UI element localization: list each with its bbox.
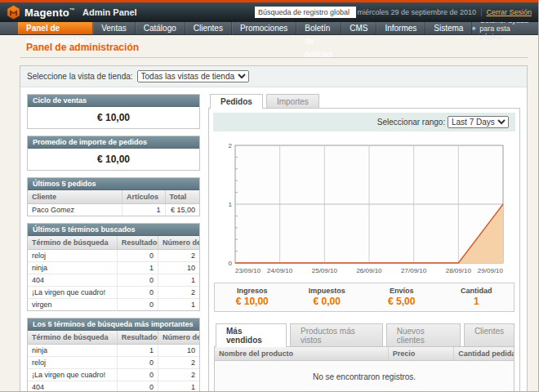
store-view-select[interactable]: Todas las vistas de tienda [137,70,249,82]
last-orders-box: Últimos 5 pedidos ClienteArtículosTotalP… [27,177,200,216]
nav-item-sistema[interactable]: Sistema [425,22,472,34]
column-header: Número de usos [158,331,199,345]
table-cell: 2 [158,369,199,381]
grid-tab-mas-vendidos[interactable]: Más vendidos [216,323,287,347]
nav-item-panel-de-administracion[interactable]: Panel de administración [18,22,93,34]
range-label: Seleccionar rango: [377,118,445,127]
grid-tab-productos-mas-vistos[interactable]: Productos más vistos [290,323,383,346]
products-table-wrap: Nombre del productoPrecioCantidad pedida… [214,346,514,392]
empty-row: No se encontraron registros. [215,361,514,392]
chart-tab-importes[interactable]: Importes [266,94,319,108]
lifetime-sales-box: Ciclo de ventas € 10,00 [27,94,200,129]
table-cell: 0 [117,287,158,299]
global-search-input[interactable] [255,7,356,18]
table-cell: 1 [122,204,166,216]
stat-envios: Envíos€ 5,00 [364,287,439,307]
table-cell: 1 [117,262,158,274]
table-cell: 0 [117,250,158,262]
svg-text:27/09/10: 27/09/10 [401,267,427,274]
column-header: Cliente [28,190,122,204]
grid-tabs: Más vendidosProductos más vistosNuevos c… [214,323,514,346]
table-row[interactable]: ninja110 [28,345,199,357]
svg-text:28/09/10: 28/09/10 [446,267,472,274]
table-cell: 0 [117,274,158,287]
products-table: Nombre del productoPrecioCantidad pedida… [215,347,514,392]
table-row[interactable]: 40401 [28,274,199,287]
store-switcher: Seleccione la vista de tienda: Todas las… [20,66,527,87]
nav-item-clientes[interactable]: Clientes [185,22,232,34]
column-header: Resultados [117,331,158,345]
last-search-terms-title: Últimos 5 términos buscados [28,224,199,236]
empty-message: No se encontraron registros. [215,361,514,392]
column-header: Número de usos [158,236,199,250]
logo-title: Magento™ [24,7,75,19]
stat-impuestos: Impuestos€ 0,00 [290,287,365,307]
svg-text:0: 0 [229,260,233,267]
nav-item-promociones[interactable]: Promociones [232,22,296,34]
table-cell: 1 [117,345,158,357]
grid-tab-clientes[interactable]: Clientes [464,323,514,346]
chart-tab-pedidos[interactable]: Pedidos [210,94,263,109]
table-cell: Paco Gomez [28,204,122,216]
page-title: Panel de administración [26,42,538,53]
table-cell: 1 [158,381,199,392]
current-date: miércoles 29 de septiembre de 2010 [358,8,477,16]
last-orders-title: Últimos 5 pedidos [28,178,199,190]
table-row[interactable]: reloj02 [28,357,199,369]
table-row[interactable]: ¡La virgen que cuadro!02 [28,369,199,381]
table-cell: ninja [28,345,117,357]
average-orders-value: € 10,00 [28,149,199,170]
column-header: Cantidad pedida [454,347,514,361]
table-cell: ¡La virgen que cuadro! [28,287,117,299]
last-orders-table: ClienteArtículosTotalPaco Gomez1€ 15,00 [28,190,199,216]
svg-text:2: 2 [229,142,233,149]
nav-item-informes[interactable]: Informes [376,22,425,34]
chart-tabs: PedidosImportes [208,94,520,108]
column-header: Nombre del producto [215,347,388,361]
stat-value: € 0,00 [290,296,365,307]
magento-logo: Magento™ Admin Panel [7,5,137,20]
table-row[interactable]: ¡La virgen que cuadro!02 [28,287,199,299]
column-header: Término de búsqueda [28,331,117,345]
main-nav: Panel de administraciónVentasCatálogoCli… [0,22,538,35]
grid-tab-nuevos-clientes[interactable]: Nuevos clientes [386,323,461,346]
totals-row: Ingresos€ 10,00Impuestos€ 0,00Envíos€ 5,… [214,283,514,312]
table-cell: virgen [28,299,117,311]
table-row[interactable]: Paco Gomez1€ 15,00 [28,204,199,216]
range-select[interactable]: Last 7 Days [448,116,509,128]
table-cell: 0 [117,299,158,311]
nav-item-cms[interactable]: CMS [341,22,376,34]
nav-item-boletin-de-noticias[interactable]: Boletín de noticias [296,22,341,34]
table-cell: € 15,00 [165,204,199,216]
table-row[interactable]: ninja110 [28,262,199,274]
svg-text:29/09/10: 29/09/10 [478,267,504,274]
table-cell: 1 [158,299,199,311]
logout-link[interactable]: Cerrar Sesión [486,8,532,16]
table-cell: reloj [28,250,117,262]
svg-text:24/09/10: 24/09/10 [267,267,293,274]
table-row[interactable]: 40401 [28,381,199,392]
help-globe-icon [472,24,476,33]
table-cell: 10 [158,262,199,274]
column-header: Precio [388,347,454,361]
logo-trademark: ™ [69,7,75,12]
table-cell: 2 [158,250,199,262]
table-cell: 0 [117,369,158,381]
lifetime-sales-title: Ciclo de ventas [28,95,199,107]
table-cell: ¡La virgen que cuadro! [28,369,117,381]
table-row[interactable]: reloj02 [28,250,199,262]
store-switcher-label: Seleccione la vista de tienda: [27,72,133,81]
orders-chart-wrap: 01223/09/1024/09/1025/09/1026/09/1027/09… [209,136,519,276]
table-cell: 404 [28,381,117,392]
table-cell: 2 [158,357,199,369]
nav-item-catalogo[interactable]: Catálogo [136,22,185,34]
lifetime-sales-value: € 10,00 [28,107,199,128]
table-row[interactable]: virgen01 [28,299,199,311]
dashboard-left-column: Ciclo de ventas € 10,00 Promedio de impo… [27,94,200,392]
nav-item-ventas[interactable]: Ventas [93,22,136,34]
svg-text:25/09/10: 25/09/10 [312,267,338,274]
help-link[interactable]: Obtener ayuda para esta página [472,22,538,34]
range-bar: Seleccionar rango: Last 7 Days [213,113,515,131]
svg-text:26/09/10: 26/09/10 [356,267,382,274]
table-cell: 0 [117,357,158,369]
